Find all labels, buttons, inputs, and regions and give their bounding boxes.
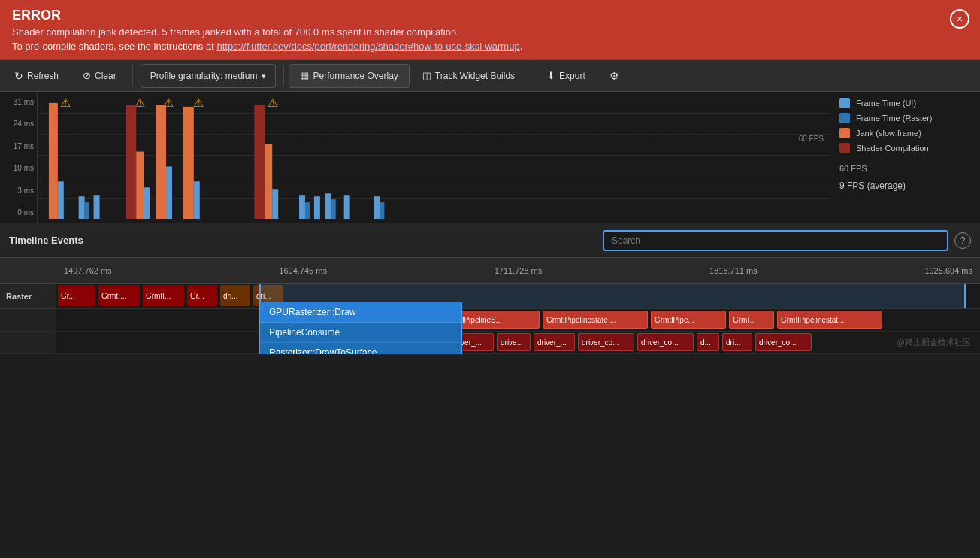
raster-track-content[interactable]: Gr... GrmtI... GrmtI... Gr... dri... dri… [56,284,980,308]
track-widget-button[interactable]: Track Widget Builds [411,64,526,88]
bar-ui-7 [272,189,278,219]
legend-ui: Frame Time (UI) [839,98,971,108]
performance-overlay-button[interactable]: Performance Overlay [289,64,409,88]
error-message: Shader compilation jank detected. 5 fram… [12,26,950,38]
sub-track-label-2 [0,332,56,353]
bar-ui-6 [194,181,200,219]
legend-shader: Shader Compilation [839,143,971,153]
time-mark-1: 1497.762 ms [64,266,112,275]
hint-link[interactable]: https://flutter.dev/docs/perf/rendering/… [216,41,519,52]
popup-item-rasterizer-draw[interactable]: Rasterizer::DrawToSurface [260,343,461,354]
profile-granularity-button[interactable]: Profile granularity: medium [141,64,277,88]
warning-5: ⚠ [268,96,278,109]
sub-track-content-1[interactable]: GrmtlPipelinestate ... GrmtlP... GrmtlPi… [56,309,980,331]
raster-label: Raster [0,284,56,308]
bar-ui-11 [344,195,350,219]
sub-event-driver-7[interactable]: driver_co... [578,333,634,351]
sub-event-driver-9[interactable]: d... [697,333,719,351]
sub-event-driver-11[interactable]: driver_co... [755,333,812,351]
event-popup: GPURasterizer::Draw PipelineConsume Rast… [259,302,462,354]
time-mark-5: 1925.694 ms [924,266,972,275]
clear-button[interactable]: Clear [71,64,128,88]
legend-raster: Frame Time (Raster) [839,113,971,123]
bar-ui-1 [58,181,64,219]
legend-label-ui: Frame Time (UI) [856,99,916,108]
raster-event-grmt2[interactable]: GrmtI... [143,285,184,306]
sub-event-grmtl-6[interactable]: GrmtlPipelinestat... [777,311,882,329]
close-button[interactable]: × [950,9,969,29]
time-ruler: 1497.762 ms 1604.745 ms 1711.728 ms 1818… [0,258,980,284]
bar-shader-4 [126,105,136,219]
error-banner: ERROR Shader compilation jank detected. … [0,0,980,60]
tracks-area: Raster Gr... GrmtI... GrmtI... Gr... dri… [0,284,980,354]
export-icon [547,70,555,81]
sub-track-label-1 [0,309,56,331]
bar-ui-4 [144,187,150,219]
settings-icon [609,70,619,82]
separator-2 [283,65,284,86]
perf-icon [300,70,309,81]
bar-shader-7 [254,105,265,219]
legend-color-jank [839,128,850,138]
clear-label: Clear [95,71,116,81]
chart-main: 60 FPS ⚠ ⚠ ⚠ ⚠ ⚠ [38,92,830,223]
y-label-0: 0 ms [3,208,34,217]
raster-event-gr2[interactable]: Gr... [187,285,217,306]
y-label-17: 17 ms [3,142,34,150]
separator-1 [132,65,133,86]
sub-event-driver-10[interactable]: dri... [722,333,752,351]
legend-jank: Jank (slow frame) [839,128,971,138]
help-icon[interactable]: ? [954,232,971,249]
legend-label-shader: Shader Compilation [856,144,929,153]
y-label-10: 10 ms [3,164,34,172]
perf-overlay-label: Performance Overlay [313,71,398,81]
bar-ui-10 [325,193,331,219]
chart-bars: ⚠ ⚠ ⚠ ⚠ ⚠ [38,92,830,223]
y-label-3: 3 ms [3,187,34,195]
time-mark-2: 1604.745 ms [279,266,327,275]
sub-event-grmtl-4[interactable]: GrmtlPipelinestate ... [543,311,648,329]
raster-event-dri1[interactable]: dri... [220,285,250,306]
warning-2: ⚠ [135,96,145,109]
bar-ui-5 [166,166,172,219]
raster-event-grmt1[interactable]: GrmtI... [98,285,140,306]
bar-raster-8 [305,202,310,219]
bar-ui-8 [299,195,305,219]
sub-event-driver-5[interactable]: drive... [497,333,531,351]
chevron-down-icon [262,71,266,81]
profile-label: Profile granularity: medium [150,71,258,81]
legend-color-shader [839,143,850,153]
bar-jank-7 [265,144,272,219]
timeline-header: Timeline Events ? [0,223,980,258]
chart-y-axis: 31 ms 24 ms 17 ms 10 ms 3 ms 0 ms [0,92,38,223]
time-ruler-marks: 1497.762 ms 1604.745 ms 1711.728 ms 1818… [56,266,980,275]
raster-event-gr1[interactable]: Gr... [58,285,95,306]
sub-track-row-1: GrmtlPipelinestate ... GrmtlP... GrmtlPi… [0,309,980,332]
refresh-label: Refresh [27,71,59,81]
track-widget-label: Track Widget Builds [435,71,515,81]
search-input[interactable] [603,230,948,251]
bar-ui-9 [314,196,320,219]
sub-event-driver-8[interactable]: driver_co... [637,333,694,351]
legend-label-jank: Jank (slow frame) [856,129,921,138]
hint-suffix: . [520,41,523,52]
bar-jank-6 [183,107,194,219]
chart-area: 31 ms 24 ms 17 ms 10 ms 3 ms 0 ms 60 FPS… [0,92,980,223]
popup-item-gpu-rasterizer[interactable]: GPURasterizer::Draw [260,302,461,323]
sub-event-grmtl-5[interactable]: GrmtlPipe... [651,311,726,329]
legend-label-raster: Frame Time (Raster) [856,114,932,123]
watermark: @稀土掘金技术社区 [897,337,971,348]
settings-button[interactable] [598,64,631,88]
bar-ui-2 [79,196,85,219]
export-button[interactable]: Export [536,64,597,88]
popup-item-pipeline[interactable]: PipelineConsume [260,323,461,343]
time-mark-4: 1818.711 ms [709,266,758,275]
timeline-section: Timeline Events ? 1497.762 ms 1604.745 m… [0,223,980,354]
sub-track-content-2[interactable]: driver_co... driver_... driver... driver… [56,332,980,353]
sub-event-grml[interactable]: GrmI... [729,311,774,329]
refresh-button[interactable]: Refresh [3,64,70,88]
bar-jank-4 [136,152,144,219]
sub-event-driver-6[interactable]: driver_... [534,333,575,351]
separator-3 [531,65,531,86]
refresh-icon [14,70,23,82]
